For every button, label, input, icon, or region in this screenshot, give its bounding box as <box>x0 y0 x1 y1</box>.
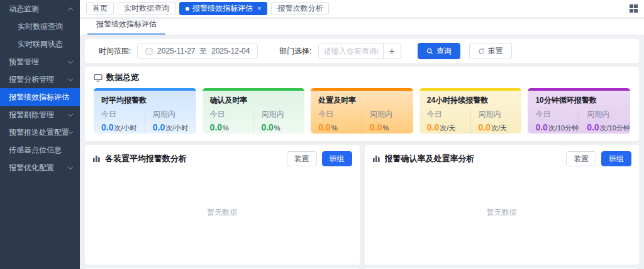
stat-title: 确认及时率 <box>203 91 305 109</box>
search-button-label: 查询 <box>436 46 452 57</box>
tab-label: 报警次数分析 <box>277 3 323 14</box>
tab-home[interactable]: 首页 <box>86 2 114 15</box>
search-button[interactable]: 查询 <box>418 43 460 59</box>
monitor-icon <box>94 74 103 82</box>
sidebar-item-sensor-point-info[interactable]: 传感器点位信息 <box>0 141 80 159</box>
data-overview-section: 数据总览 时平均报警数 今日 0.0次/小时 周期内 <box>85 67 639 141</box>
device-toggle-button[interactable]: 装置 <box>566 151 596 166</box>
panel-confirm-handle-rate: 报警确认率及处置率分析 装置 班组 暂无数据 <box>365 145 640 265</box>
magnifier-icon <box>426 48 433 55</box>
period-label: 周期内 <box>153 109 196 120</box>
tab-label: 首页 <box>92 3 108 14</box>
sidebar-item-alarm-analysis-mgmt[interactable]: 报警分析管理 <box>0 71 80 88</box>
period-label: 周期内 <box>479 109 522 120</box>
period-value: 0.0 <box>370 122 382 132</box>
period-label: 周期内 <box>587 109 630 120</box>
sidebar-item-realtime-network-status[interactable]: 实时联网状态 <box>0 35 80 53</box>
team-toggle-button[interactable]: 班组 <box>322 151 352 166</box>
period-value: 0.0 <box>587 122 599 132</box>
device-toggle-button[interactable]: 装置 <box>287 151 317 166</box>
tab-label: 实时数据查询 <box>124 3 169 14</box>
sidebar-item-label: 报警剔除管理 <box>9 110 54 120</box>
today-value: 0.0 <box>101 122 113 132</box>
period-label: 周期内 <box>261 109 304 120</box>
panel-title: 报警确认率及处置率分析 <box>385 153 475 164</box>
sidebar-item-alarm-optimization-config[interactable]: 报警优化配置 <box>0 159 80 176</box>
period-unit: % <box>274 124 280 132</box>
bar-chart-icon <box>372 155 380 163</box>
period-label: 周期内 <box>370 109 413 120</box>
period-value: 0.0 <box>261 122 273 132</box>
sidebar: 动态监测 实时数据查询 实时联网状态 预警管理 报警分析管理 报警绩效指标评估 … <box>0 0 80 269</box>
page-tab-alarm-performance-eval[interactable]: 报警绩效指标评估 <box>87 19 165 35</box>
sidebar-item-label: 预警推送处置配置 <box>9 127 69 138</box>
sidebar-item-label: 传感器点位信息 <box>9 145 62 156</box>
stat-title: 24小时持续报警数 <box>419 91 522 109</box>
stat-card-hourly-avg-alarms: 时平均报警数 今日 0.0次/小时 周期内 0.0次/小时 <box>94 88 196 134</box>
page-tab-strip: 报警绩效指标评估 <box>80 20 644 35</box>
sidebar-item-label: 报警分析管理 <box>9 74 54 85</box>
stat-card-row: 时平均报警数 今日 0.0次/小时 周期内 0.0次/小时 <box>94 88 630 134</box>
tab-alarm-count-analysis[interactable]: 报警次数分析 <box>271 2 329 15</box>
period-value: 0.0 <box>153 122 165 132</box>
panel-device-avg-alarms: 各装置平均报警数分析 装置 班组 暂无数据 <box>85 145 360 265</box>
empty-state-text: 暂无数据 <box>92 166 352 258</box>
sidebar-item-alarm-performance-eval[interactable]: 报警绩效指标评估 <box>0 88 80 106</box>
today-unit: 次/小时 <box>114 124 136 132</box>
panel-title: 各装置平均报警数分析 <box>105 153 187 164</box>
department-label: 部门选择: <box>279 46 311 57</box>
team-toggle-button[interactable]: 班组 <box>601 151 631 166</box>
today-unit: % <box>331 124 338 132</box>
filter-bar: 时间范围: 2025-11-27 至 2025-12-04 部门选择: + <box>85 39 639 63</box>
today-label: 今日 <box>101 109 145 120</box>
stat-card-24h-continuous-alarms: 24小时持续报警数 今日 0.0次/天 周期内 0.0次/天 <box>419 88 522 134</box>
reset-button[interactable]: 重置 <box>469 43 512 59</box>
sidebar-item-label: 实时数据查询 <box>18 21 63 32</box>
sidebar-item-warning-push-config[interactable]: 预警推送处置配置 <box>0 123 80 141</box>
tab-label: 报警绩效指标评估 <box>192 3 253 14</box>
add-department-button[interactable]: + <box>383 43 401 59</box>
department-input-group: + <box>318 43 401 59</box>
stat-card-10min-cycle-alarms: 10分钟循环报警数 今日 0.0次/10分钟 周期内 0.0次/10分钟 <box>528 88 630 134</box>
date-range-picker[interactable]: 2025-11-27 至 2025-12-04 <box>137 43 258 59</box>
sidebar-item-label: 报警优化配置 <box>9 163 54 173</box>
calendar-icon <box>145 47 153 55</box>
charts-row: 各装置平均报警数分析 装置 班组 暂无数据 报警确认率及处置率分析 <box>85 145 639 265</box>
period-unit: 次/小时 <box>165 124 188 132</box>
stat-card-confirm-timeliness: 确认及时率 今日 0.0% 周期内 0.0% <box>203 88 305 134</box>
close-icon[interactable]: × <box>257 5 261 12</box>
top-tab-bar: 首页 实时数据查询 报警绩效指标评估 × 报警次数分析 <box>80 0 644 18</box>
today-unit: 次/天 <box>440 124 455 132</box>
period-unit: % <box>382 124 389 132</box>
sidebar-item-label: 预警管理 <box>9 57 39 67</box>
period-unit: 次/天 <box>491 124 507 132</box>
sidebar-item-early-warning-mgmt[interactable]: 预警管理 <box>0 53 80 71</box>
tab-realtime-data-query[interactable]: 实时数据查询 <box>118 2 175 15</box>
overview-title: 数据总览 <box>106 72 139 83</box>
page-content: 时间范围: 2025-11-27 至 2025-12-04 部门选择: + <box>80 35 644 269</box>
sidebar-item-label: 动态监测 <box>9 4 39 14</box>
chevron-down-icon <box>68 164 73 169</box>
sidebar-item-alarm-removal-mgmt[interactable]: 报警剔除管理 <box>0 106 80 123</box>
time-range-label: 时间范围: <box>99 46 131 57</box>
period-unit: 次/10分钟 <box>600 124 630 132</box>
department-input[interactable] <box>319 43 383 59</box>
today-label: 今日 <box>535 109 579 120</box>
start-date-value[interactable]: 2025-11-27 <box>157 47 196 55</box>
today-unit: 次/10分钟 <box>548 124 579 132</box>
today-unit: % <box>223 124 229 132</box>
date-range-separator: 至 <box>199 46 207 57</box>
today-value: 0.0 <box>210 122 222 132</box>
sidebar-item-realtime-data-query[interactable]: 实时数据查询 <box>0 18 80 35</box>
end-date-value[interactable]: 2025-12-04 <box>211 47 250 55</box>
sidebar-item-dynamic-monitoring[interactable]: 动态监测 <box>0 0 80 18</box>
empty-state-text: 暂无数据 <box>372 166 632 258</box>
main-area: 首页 实时数据查询 报警绩效指标评估 × 报警次数分析 报警绩效指标评估 <box>80 0 644 269</box>
today-label: 今日 <box>427 109 470 120</box>
sidebar-item-label: 报警绩效指标评估 <box>9 92 69 103</box>
tab-alarm-performance-eval[interactable]: 报警绩效指标评估 × <box>179 2 267 15</box>
today-value: 0.0 <box>427 122 439 132</box>
apps-grid-icon[interactable] <box>630 4 638 13</box>
chevron-up-icon <box>68 7 73 12</box>
chevron-down-icon <box>68 76 73 81</box>
